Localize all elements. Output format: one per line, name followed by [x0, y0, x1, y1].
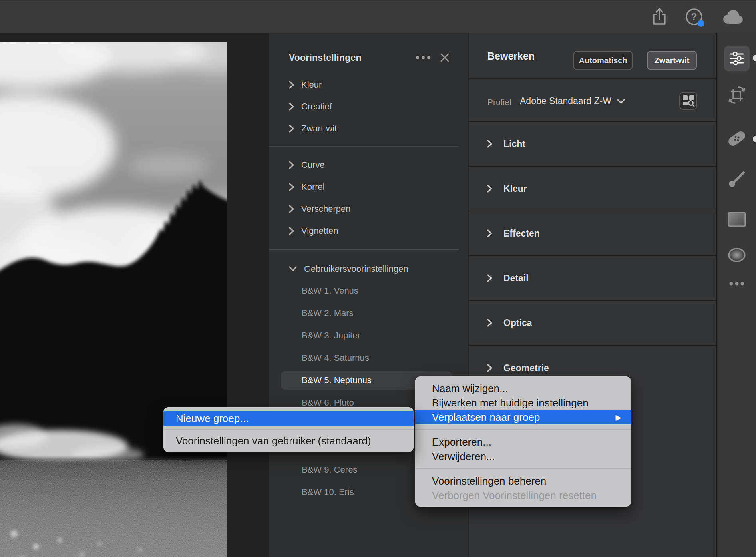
- preset-item[interactable]: B&W 3. Jupiter: [269, 324, 468, 347]
- profile-row: Profiel Adobe Standaard Z-W: [469, 79, 716, 122]
- photo-preview: [0, 42, 227, 557]
- menu-item-update[interactable]: Bijwerken met huidige instellingen: [415, 396, 631, 410]
- black-white-button[interactable]: Zwart-wit: [647, 51, 697, 70]
- lightroom-window: ?: [0, 0, 756, 557]
- preset-group-label: Zwart-wit: [301, 123, 337, 134]
- bandaid-icon: [726, 128, 748, 149]
- menu-separator: [163, 429, 414, 430]
- ellipsis-menu-icon[interactable]: [414, 54, 432, 61]
- preset-item-label: B&W 3. Jupiter: [302, 330, 360, 341]
- preset-group-zwart-wit[interactable]: Zwart-wit: [269, 117, 468, 139]
- chevron-down-icon: [617, 99, 625, 104]
- section-effecten[interactable]: Effecten: [469, 211, 716, 256]
- preset-group-verscherpen[interactable]: Verscherpen: [269, 198, 468, 220]
- section-label: Licht: [503, 139, 525, 149]
- menu-item-manage-presets[interactable]: Voorinstellingen beheren: [415, 474, 631, 488]
- preset-group-label: Korrel: [301, 182, 325, 192]
- profile-label: Profiel: [487, 97, 511, 107]
- preset-group-label: Vignetten: [301, 226, 338, 236]
- gradient-rect-icon: [727, 211, 747, 228]
- preset-item-label: B&W 10. Eris: [302, 487, 354, 497]
- menu-item-label: Exporteren...: [432, 436, 491, 448]
- ellipsis-icon: [728, 280, 746, 288]
- help-icon[interactable]: ?: [685, 8, 703, 26]
- profile-browser-button[interactable]: [679, 92, 697, 110]
- menu-item-label: Bijwerken met huidige instellingen: [432, 397, 589, 409]
- menu-item-delete[interactable]: Verwijderen...: [415, 449, 631, 464]
- menu-item-label: Verborgen Voorinstellingen resetten: [432, 489, 597, 502]
- menu-item-label: Voorinstellingen van gebruiker (standaar…: [176, 435, 371, 447]
- preset-item-label: B&W 1. Venus: [302, 286, 358, 296]
- more-tools-button[interactable]: [728, 280, 746, 288]
- edit-tool-button[interactable]: [724, 46, 750, 71]
- preset-item-label: B&W 6. Pluto: [302, 398, 354, 408]
- menu-item-export[interactable]: Exporteren...: [415, 435, 631, 449]
- section-kleur[interactable]: Kleur: [469, 167, 716, 211]
- submenu-item-new-group[interactable]: Nieuwe groep...: [163, 411, 414, 426]
- profile-value: Adobe Standaard Z-W: [520, 96, 611, 107]
- active-tool-highlight: [724, 46, 750, 71]
- auto-button[interactable]: Automatisch: [573, 51, 633, 70]
- topbar-icon-group: ?: [651, 0, 744, 33]
- preset-item-label: B&W 9. Ceres: [302, 465, 357, 475]
- preset-group-label: Curve: [301, 160, 325, 170]
- section-optica[interactable]: Optica: [469, 301, 716, 346]
- preset-group-creatief[interactable]: Creatief: [269, 95, 468, 117]
- menu-separator: [415, 468, 631, 469]
- chevron-right-icon: [487, 184, 493, 193]
- photo-backdrop: [0, 33, 269, 557]
- preset-item-label: B&W 4. Saturnus: [302, 353, 369, 363]
- menu-item-move-to-group[interactable]: Verplaatsen naar groep ▶: [415, 410, 631, 424]
- top-bar: ?: [0, 0, 756, 33]
- menu-item-label: Nieuwe groep...: [176, 412, 249, 425]
- preset-group-gebruikersvoorinstellingen[interactable]: Gebruikersvoorinstellingen: [269, 258, 468, 280]
- profile-grid-icon: [680, 93, 696, 109]
- radial-ellipse-icon: [726, 246, 747, 264]
- edit-header: Bewerken Automatisch Zwart-wit: [469, 33, 716, 79]
- tool-rail: [716, 33, 756, 557]
- submenu-item-default-group[interactable]: Voorinstellingen van gebruiker (standaar…: [163, 433, 414, 448]
- panel-edge-dot: [753, 55, 756, 61]
- panel-edge-dot: [753, 136, 756, 142]
- edit-panel-title: Bewerken: [487, 50, 535, 62]
- chevron-right-icon: [487, 363, 493, 373]
- preset-group-curve[interactable]: Curve: [269, 154, 468, 176]
- menu-item-reset-hidden-presets: Verborgen Voorinstellingen resetten: [415, 488, 631, 503]
- divider: [269, 249, 459, 250]
- brush-tool-button[interactable]: [726, 169, 748, 190]
- menu-item-label: Naam wijzigen...: [432, 382, 508, 395]
- menu-item-rename[interactable]: Naam wijzigen...: [415, 381, 631, 396]
- section-licht[interactable]: Licht: [469, 122, 716, 167]
- preset-group-vignetten[interactable]: Vignetten: [269, 220, 468, 242]
- menu-item-label: Voorinstellingen beheren: [432, 475, 546, 487]
- preset-item[interactable]: B&W 2. Mars: [269, 302, 468, 324]
- section-label: Kleur: [503, 183, 527, 194]
- cloud-icon[interactable]: [721, 9, 744, 25]
- section-detail[interactable]: Detail: [469, 256, 716, 301]
- profile-dropdown[interactable]: Adobe Standaard Z-W: [520, 96, 625, 107]
- crop-tool-button[interactable]: [727, 85, 747, 105]
- preset-item[interactable]: B&W 4. Saturnus: [269, 347, 468, 369]
- preset-group-korrel[interactable]: Korrel: [269, 176, 468, 198]
- section-label: Optica: [503, 318, 532, 328]
- svg-text:?: ?: [691, 11, 697, 22]
- menu-item-label: Verplaatsen naar groep: [432, 411, 540, 424]
- preset-group-kleur[interactable]: Kleur: [269, 74, 468, 95]
- sliders-icon: [729, 51, 744, 66]
- share-icon[interactable]: [651, 7, 667, 26]
- brush-icon: [726, 169, 748, 190]
- preset-group-label: Verscherpen: [301, 204, 351, 214]
- preset-item[interactable]: B&W 1. Venus: [269, 280, 468, 302]
- close-icon[interactable]: [439, 52, 450, 63]
- chevron-right-icon: [487, 273, 493, 283]
- preset-item-label: B&W 5. Neptunus: [302, 375, 372, 386]
- linear-gradient-tool-button[interactable]: [727, 211, 747, 228]
- radial-gradient-tool-button[interactable]: [726, 246, 747, 264]
- healing-tool-button[interactable]: [726, 128, 748, 149]
- chevron-right-icon: [288, 204, 294, 214]
- preset-item-label: B&W 2. Mars: [302, 308, 354, 318]
- move-to-group-submenu: Nieuwe groep... Voorinstellingen van geb…: [163, 407, 414, 452]
- section-label: Detail: [503, 273, 529, 284]
- chevron-right-icon: [288, 80, 294, 90]
- chevron-right-icon: [288, 102, 294, 111]
